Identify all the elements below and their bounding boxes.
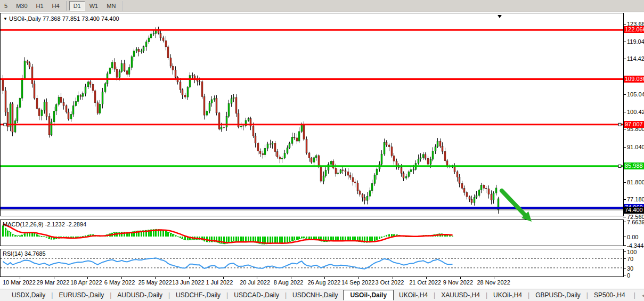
tab-usoil-daily[interactable]: USOil-,Daily <box>343 290 394 300</box>
timeframe-button-h1[interactable]: H1 <box>32 1 48 11</box>
main-price-chart-panel[interactable] <box>0 13 624 216</box>
current-price-badge: 74.400 <box>624 207 644 214</box>
tab-gbpusd-daily[interactable]: GBPUSD-,Daily <box>530 290 586 300</box>
timeframe-button-d1[interactable]: D1 <box>69 1 85 11</box>
tab-scroll-controls: |◄► <box>631 291 644 299</box>
date-label: 28 Nov 2022 <box>477 279 510 286</box>
timeframe-button-h4[interactable]: H4 <box>48 1 64 11</box>
tab-scroll-divider: | <box>634 291 635 299</box>
macd-tick-dash <box>623 237 626 237</box>
timeframe-button-5[interactable]: 5 <box>0 1 12 11</box>
macd-label-row: MACD(12,26,9) -2.1232 -2.2894 <box>3 221 86 227</box>
date-label: 13 Jun 2022 <box>172 279 205 286</box>
time-axis: 10 Mar 202229 Mar 202218 Apr 20226 May 2… <box>0 277 624 288</box>
symbol-tab-bar: USDX,Daily|EURUSD-,Daily|AUDUSD-,Daily|U… <box>0 289 644 301</box>
chart-title-text: USOil-,Daily 77.368 77.851 73.400 74.400 <box>9 15 119 22</box>
date-label: 21 Oct 2022 <box>409 279 441 286</box>
chart-shift-marker-icon[interactable] <box>498 15 502 18</box>
toolbar-divider <box>66 1 67 11</box>
macd-label: MACD(12,26,9) <box>3 221 43 227</box>
tab-audusd-daily[interactable]: AUDUSD-,Daily <box>112 290 168 300</box>
price-tick-dash <box>623 182 626 183</box>
toolbar-divider <box>122 1 123 11</box>
date-label: 29 Mar 2022 <box>37 279 70 286</box>
macd-axis-label: 7.6639 <box>627 219 644 226</box>
date-label: 18 Apr 2022 <box>70 279 102 286</box>
tab-usdx-daily[interactable]: USDX,Daily <box>6 290 51 300</box>
candles-group <box>2 27 499 214</box>
price-tick-dash <box>623 199 626 200</box>
macd-chart <box>1 220 623 246</box>
symbol-dropdown-icon[interactable]: ▼ <box>3 17 7 21</box>
tab-sp500-h4[interactable]: SP500-,H4 <box>589 290 631 300</box>
date-label: 10 Mar 2022 <box>3 279 36 286</box>
date-label: 3 Oct 2022 <box>376 279 404 286</box>
price-tick-dash <box>623 24 626 25</box>
price-tick-dash <box>623 129 626 129</box>
timeframe-button-w1[interactable]: W1 <box>85 1 103 11</box>
rsi-indicator-panel[interactable] <box>0 249 624 277</box>
price-badge-109.036: 109.036 <box>624 76 644 83</box>
tab-ukoil-h4[interactable]: UKOil-,H4 <box>488 290 527 300</box>
date-label: 14 Sep 2022 <box>341 279 374 286</box>
chart-title: ▼ USOil-,Daily 77.368 77.851 73.400 74.4… <box>3 15 121 22</box>
price-badge-97.007: 97.007 <box>624 121 644 128</box>
rsi-line <box>3 258 453 269</box>
price-tick-dash <box>623 217 626 217</box>
price-badge-85.988: 85.988 <box>624 162 644 169</box>
rsi-label: RSI(14) <box>3 250 23 257</box>
tab-usdchf-daily[interactable]: USDCHF-,Daily <box>170 290 226 300</box>
line-handle[interactable] <box>618 165 621 167</box>
macd-indicator-panel[interactable] <box>0 219 624 246</box>
macd-values: -2.1232 -2.2894 <box>45 221 86 227</box>
date-label: 6 May 2022 <box>104 279 135 286</box>
scroll-left-button[interactable]: ◄ <box>639 291 644 299</box>
rsi-tick-dash <box>623 251 626 252</box>
rsi-label-row: RSI(14) 34.7685 <box>3 250 46 257</box>
line-handle[interactable] <box>4 123 6 126</box>
price-tick-dash <box>623 147 626 148</box>
price-tick-dash <box>623 112 626 112</box>
date-label: 20 Jul 2022 <box>240 279 270 286</box>
tab-xauusd-h4[interactable]: XAUUSD-,H4 <box>436 290 485 300</box>
rsi-axis-label: 30 <box>627 265 644 272</box>
tab-usdcnh-daily[interactable]: USDCNH-,Daily <box>287 290 343 300</box>
price-tick-label: 114.420 <box>627 55 644 62</box>
timeframe-toolbar: 5M30H1H4D1W1MN <box>0 0 644 12</box>
rsi-axis-label: 70 <box>627 256 644 263</box>
rsi-chart <box>1 249 623 276</box>
price-tick-dash <box>623 94 626 95</box>
timeframe-button-m30[interactable]: M30 <box>12 1 31 11</box>
price-tick-label: 77.180 <box>627 196 644 203</box>
rsi-axis-label: 0 <box>627 272 644 279</box>
price-badge-122.066: 122.066 <box>624 26 644 33</box>
macd-axis-label: 0.00 <box>627 234 644 241</box>
rsi-tick-dash <box>623 268 626 269</box>
price-tick-label: 81.800 <box>627 179 644 186</box>
tab-eurusd-daily[interactable]: EURUSD-,Daily <box>53 290 109 300</box>
price-tick-label: 105.040 <box>627 91 644 98</box>
macd-main-line <box>3 225 453 244</box>
rsi-axis-label: 100 <box>627 249 644 256</box>
price-tick-label: 91.040 <box>627 144 644 151</box>
price-tick-dash <box>623 59 626 59</box>
tab-ukoil-h4[interactable]: UKOil-,H4 <box>394 290 433 300</box>
tab-usdcad-daily[interactable]: USDCAD-,Daily <box>229 290 284 300</box>
macd-tick-dash <box>623 222 626 222</box>
line-handle[interactable] <box>618 123 621 126</box>
rsi-tick-dash <box>623 258 626 259</box>
timeframe-button-mn[interactable]: MN <box>102 1 120 11</box>
date-label: 8 Aug 2022 <box>274 279 304 286</box>
rsi-tick-dash <box>623 275 626 275</box>
price-tick-label: 119.040 <box>627 38 644 45</box>
price-tick-dash <box>623 42 626 42</box>
price-tick-label: 100.420 <box>627 109 644 116</box>
mt4-chart-window: { "toolbar": { "timeframes": ["5", "M30"… <box>0 0 644 301</box>
macd-tick-dash <box>623 245 626 246</box>
candlestick-chart[interactable] <box>1 13 623 216</box>
rsi-value: 34.7685 <box>25 250 46 257</box>
horizontal-lines-group[interactable] <box>1 30 623 210</box>
date-label: 9 Nov 2022 <box>443 279 473 286</box>
date-label: 1 Jul 2022 <box>206 279 233 286</box>
date-label: 25 May 2022 <box>138 279 172 286</box>
